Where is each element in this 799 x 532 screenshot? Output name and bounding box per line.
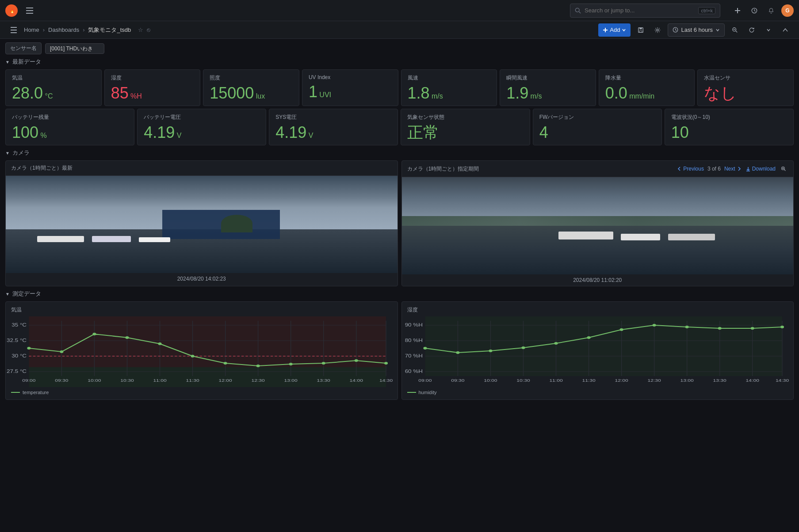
camera-zoom-button[interactable] xyxy=(779,164,788,173)
dashboard: センサー名 [0001] THDいわき ▼ 最新データ 気温 28.0 °C 湿… xyxy=(0,39,799,403)
svg-point-69 xyxy=(224,362,227,365)
camera-left-body xyxy=(6,176,398,273)
stat-unit-6: mm/min xyxy=(627,92,654,100)
camera-prev-button[interactable]: Previous xyxy=(677,166,704,172)
stat2-card-0: バッテリー残量 100 % xyxy=(5,109,134,145)
svg-text:14:30: 14:30 xyxy=(379,378,393,383)
svg-point-118 xyxy=(750,327,754,330)
stat2-card-5: 電波状況(0～10) 10 xyxy=(665,109,794,145)
stat-card-1: 湿度 85 %H xyxy=(104,69,201,106)
stat2-card-3: 気象センサ状態 正常 xyxy=(401,109,530,145)
svg-rect-2 xyxy=(26,8,33,8)
svg-point-5 xyxy=(575,8,579,12)
chart-humidity-panel: 湿度 xyxy=(401,301,794,400)
sidebar-toggle-button[interactable] xyxy=(7,23,20,37)
svg-text:35 °C: 35 °C xyxy=(11,323,27,328)
svg-text:11:30: 11:30 xyxy=(582,378,595,383)
stat-card-7: 水温センサ なし xyxy=(697,69,794,106)
svg-rect-16 xyxy=(640,27,642,29)
stat2-value-3: 正常 xyxy=(407,125,523,141)
stat-value-0: 28.0 °C xyxy=(12,85,95,101)
svg-text:13:00: 13:00 xyxy=(680,378,693,383)
svg-text:🔥: 🔥 xyxy=(10,8,15,13)
top-bar-right: G xyxy=(731,4,794,17)
breadcrumb-dashboards[interactable]: Dashboards xyxy=(48,27,79,33)
share-icon[interactable]: ⎋ xyxy=(147,27,150,33)
refresh-button[interactable] xyxy=(745,23,758,37)
svg-text:11:00: 11:00 xyxy=(153,378,166,383)
chart-humidity-container: 90 %H 80 %H 70 %H 60 %H 09:00 09:30 10:0… xyxy=(407,316,788,387)
stats-grid-1: 気温 28.0 °C 湿度 85 %H 照度 15000 lux UV Inde… xyxy=(5,69,794,106)
section-measurement-header[interactable]: ▼ 測定データ xyxy=(5,290,794,298)
camera-next-button[interactable]: Next xyxy=(724,166,742,172)
svg-point-66 xyxy=(125,336,129,339)
svg-text:13:30: 13:30 xyxy=(713,378,726,383)
collapse-button[interactable] xyxy=(779,23,792,37)
camera-right-body xyxy=(402,177,794,274)
time-range-button[interactable]: Last 6 hours xyxy=(668,23,725,37)
svg-text:09:30: 09:30 xyxy=(55,378,68,383)
svg-point-63 xyxy=(27,347,31,350)
svg-point-110 xyxy=(489,350,492,352)
section-camera-header[interactable]: ▼ カメラ xyxy=(5,149,794,157)
breadcrumb-bar: Home › Dashboards › 気象モニタ_tsdb ☆ ⎋ Add L… xyxy=(0,21,799,39)
stat2-value-4: 4 xyxy=(539,125,655,141)
top-bar: 🔥 ctrl+k G xyxy=(0,0,799,21)
stat2-value-0: 100 % xyxy=(12,125,128,141)
legend-line-humidity xyxy=(407,392,416,393)
breadcrumb-home[interactable]: Home xyxy=(24,27,39,33)
svg-point-108 xyxy=(423,347,427,350)
svg-rect-3 xyxy=(26,10,33,11)
breadcrumb-right: Add Last 6 hours xyxy=(598,23,792,37)
camera-right-image xyxy=(402,177,794,274)
svg-rect-10 xyxy=(11,27,17,28)
history-button[interactable] xyxy=(748,4,761,17)
chart-temperature-container: 35 °C 32.5 °C 30 °C 27.5 °C 09:00 09:30 … xyxy=(11,316,392,387)
stat2-label-4: FWバージョン xyxy=(539,114,655,121)
stat-label-0: 気温 xyxy=(12,74,95,82)
chart-temperature-title: 気温 xyxy=(11,306,392,314)
legend-line-temp xyxy=(11,392,20,393)
camera-right-panel: カメラ（1時間ごと）指定期間 Previous 3 of 6 Next Down… xyxy=(401,160,794,286)
svg-point-117 xyxy=(718,327,721,330)
filter-row: センサー名 [0001] THDいわき xyxy=(5,42,794,54)
camera-left-header: カメラ（1時間ごと）最新 xyxy=(6,161,398,176)
svg-text:12:30: 12:30 xyxy=(647,378,661,383)
stat-label-6: 降水量 xyxy=(605,74,688,82)
search-bar[interactable]: ctrl+k xyxy=(570,4,720,18)
svg-text:14:00: 14:00 xyxy=(350,378,363,383)
svg-text:90 %H: 90 %H xyxy=(405,323,422,328)
svg-point-65 xyxy=(92,333,96,335)
avatar[interactable]: G xyxy=(781,4,794,17)
settings-button[interactable] xyxy=(651,23,664,37)
search-input[interactable] xyxy=(585,7,695,14)
svg-point-109 xyxy=(456,351,459,354)
plus-button[interactable] xyxy=(731,4,744,17)
section-latest-header[interactable]: ▼ 最新データ xyxy=(5,58,794,66)
stat-unit-0: °C xyxy=(43,92,53,100)
svg-point-111 xyxy=(521,346,525,349)
zoom-out-button[interactable] xyxy=(728,23,742,37)
camera-download-button[interactable]: Download xyxy=(745,166,776,172)
sensor-filter-select[interactable]: [0001] THDいわき xyxy=(45,43,104,54)
more-button[interactable] xyxy=(762,23,775,37)
svg-text:70 %H: 70 %H xyxy=(405,353,422,359)
stat2-unit-0: % xyxy=(38,132,47,139)
stat-card-6: 降水量 0.0 mm/min xyxy=(599,69,695,106)
hamburger-menu-button[interactable] xyxy=(23,4,36,17)
stat-value-2: 15000 lux xyxy=(210,85,293,101)
stat2-label-0: バッテリー残量 xyxy=(12,114,128,121)
chart-humidity-svg: 90 %H 80 %H 70 %H 60 %H 09:00 09:30 10:0… xyxy=(407,316,788,387)
stat-value-1: 85 %H xyxy=(111,85,194,101)
breadcrumb-sep-1: › xyxy=(43,27,45,33)
stat-unit-3: UVI xyxy=(317,91,331,99)
save-button[interactable] xyxy=(634,23,647,37)
bell-button[interactable] xyxy=(765,4,778,17)
stat-card-0: 気温 28.0 °C xyxy=(5,69,102,106)
svg-point-115 xyxy=(652,324,656,327)
breadcrumb-sep-2: › xyxy=(83,27,84,33)
grafana-logo[interactable]: 🔥 xyxy=(5,4,18,17)
stat2-card-4: FWバージョン 4 xyxy=(533,109,662,145)
add-button[interactable]: Add xyxy=(598,23,631,37)
star-icon[interactable]: ☆ xyxy=(138,27,143,33)
